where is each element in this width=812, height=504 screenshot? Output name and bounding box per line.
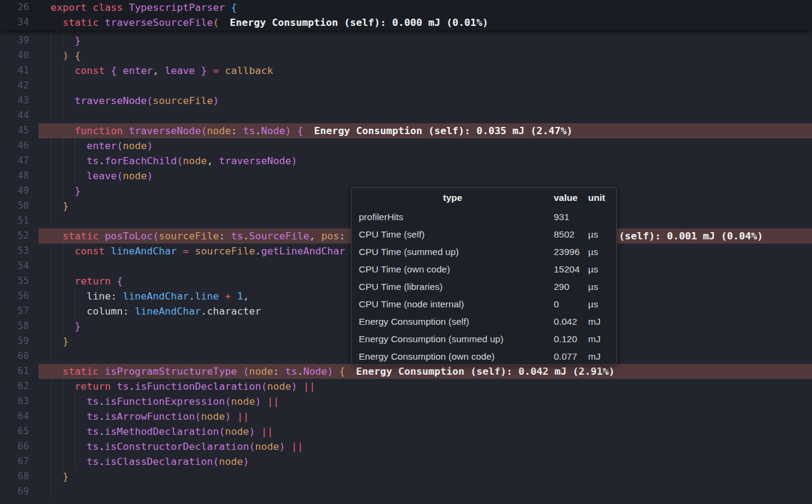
code-token: isProgramStructureType <box>105 366 243 377</box>
line-number[interactable]: 55 <box>0 274 39 289</box>
code-token: traverseNode <box>129 125 201 137</box>
code-token: } <box>51 336 69 347</box>
line-number[interactable]: 51 <box>0 214 39 229</box>
code-token: leave <box>165 65 195 76</box>
code-token <box>51 366 63 377</box>
line-number[interactable]: 53 <box>0 244 39 259</box>
code-line[interactable]: 43 traverseNode(sourceFile) <box>0 93 812 108</box>
indent-guide <box>63 183 63 198</box>
line-number[interactable]: 63 <box>0 394 39 409</box>
line-number[interactable]: 46 <box>0 138 39 153</box>
line-number[interactable]: 69 <box>0 484 39 499</box>
code-token: : <box>231 125 243 137</box>
line-number[interactable]: 40 <box>0 48 39 63</box>
tooltip-cell-unit: µs <box>588 281 616 292</box>
sticky-line[interactable]: 26export class TypescriptParser { <box>0 0 812 15</box>
code-token: , <box>207 155 219 167</box>
code-line[interactable]: 69 <box>0 484 812 499</box>
line-number[interactable]: 34 <box>0 15 39 30</box>
code-token: isFunctionExpression <box>105 396 225 407</box>
code-token: node <box>219 456 243 467</box>
code-token: ts <box>87 441 99 452</box>
indent-guide <box>75 138 75 153</box>
sticky-line[interactable]: 34 static traverseSourceFile(Energy Cons… <box>0 15 812 30</box>
code-token: ( <box>147 95 153 106</box>
line-number[interactable]: 39 <box>0 33 39 48</box>
code-line[interactable]: 48 leave(node) <box>0 168 812 183</box>
code-token: ts <box>285 366 297 377</box>
code-token: traverseSourceFile <box>105 17 213 28</box>
indent-guide <box>51 198 51 214</box>
code-line[interactable]: 45 function traverseNode(node: ts.Node) … <box>0 123 812 138</box>
code-line[interactable]: 61 static isProgramStructureType (node: … <box>0 364 812 379</box>
line-number[interactable]: 52 <box>0 229 39 244</box>
code-token <box>51 441 87 452</box>
line-number[interactable]: 59 <box>0 334 39 349</box>
tooltip-cell-unit: µs <box>588 229 616 240</box>
indent-guide <box>63 33 63 48</box>
code-token: + <box>219 290 237 302</box>
code-token: line <box>51 290 111 302</box>
code-line[interactable]: 44 <box>0 108 812 123</box>
line-number[interactable]: 65 <box>0 424 39 439</box>
line-number[interactable]: 50 <box>0 198 39 214</box>
code-line[interactable]: 41 const { enter, leave } = callback <box>0 63 812 78</box>
code-token: ) <box>213 95 219 106</box>
line-number[interactable]: 44 <box>0 108 39 123</box>
code-token: sourceFile <box>153 95 213 106</box>
code-token: ( <box>213 17 219 28</box>
tooltip-header-type: type <box>352 192 554 203</box>
code-text <box>39 484 812 499</box>
line-number[interactable]: 64 <box>0 409 39 424</box>
indent-guide <box>51 168 51 183</box>
code-token <box>51 396 87 407</box>
tooltip-cell-type: CPU Time (libraries) <box>352 281 554 292</box>
code-line[interactable]: 68 } <box>0 469 812 484</box>
code-token: node <box>231 396 255 407</box>
code-token: } <box>195 65 207 76</box>
indent-guide <box>51 244 51 259</box>
line-number[interactable]: 56 <box>0 289 39 304</box>
line-number[interactable]: 58 <box>0 319 39 334</box>
code-line[interactable]: 64 ts.isArrowFunction(node) || <box>0 409 812 424</box>
code-line[interactable]: 42 <box>0 78 812 93</box>
code-token: , <box>309 230 321 242</box>
line-number[interactable]: 43 <box>0 93 39 108</box>
line-number[interactable]: 42 <box>0 78 39 93</box>
line-number[interactable]: 66 <box>0 439 39 454</box>
indent-guide <box>63 394 63 409</box>
line-number[interactable]: 41 <box>0 63 39 78</box>
tooltip-header-unit: unit <box>588 192 616 203</box>
code-line[interactable]: 47 ts.forEachChild(node, traverseNode) <box>0 153 812 168</box>
line-number[interactable]: 68 <box>0 469 39 484</box>
code-token: ( <box>249 441 255 452</box>
line-number[interactable]: 45 <box>0 123 39 138</box>
line-number[interactable]: 61 <box>0 364 39 379</box>
code-line[interactable]: 66 ts.isConstructorDeclaration(node) || <box>0 439 812 454</box>
code-line[interactable]: 63 ts.isFunctionExpression(node) || <box>0 394 812 409</box>
line-number[interactable]: 26 <box>0 0 39 15</box>
code-line[interactable]: 65 ts.isMethodDeclaration(node) || <box>0 424 812 439</box>
code-token: ( <box>225 396 231 407</box>
code-line[interactable]: 62 return ts.isFunctionDeclaration(node)… <box>0 379 812 394</box>
indent-guide <box>63 274 63 289</box>
line-number[interactable]: 60 <box>0 349 39 364</box>
code-line[interactable]: 40 ) { <box>0 48 812 63</box>
line-number[interactable]: 49 <box>0 183 39 198</box>
code-line[interactable]: 67 ts.isClassDeclaration(node) <box>0 454 812 469</box>
line-number[interactable]: 67 <box>0 454 39 469</box>
code-token <box>51 140 87 152</box>
code-token: || <box>255 426 273 437</box>
code-text: traverseNode(sourceFile) <box>39 93 812 108</box>
line-number[interactable]: 47 <box>0 153 39 168</box>
code-line[interactable]: 46 enter(node) <box>0 138 812 153</box>
code-line[interactable]: 39 } <box>0 33 812 48</box>
line-number[interactable]: 54 <box>0 259 39 274</box>
tooltip-row: CPU Time (self)8502µs <box>352 226 616 243</box>
code-token: column <box>51 306 123 317</box>
indent-guide <box>75 153 75 168</box>
line-number[interactable]: 57 <box>0 304 39 319</box>
line-number[interactable]: 62 <box>0 379 39 394</box>
line-number[interactable]: 48 <box>0 168 39 183</box>
code-token: leave <box>87 170 117 182</box>
